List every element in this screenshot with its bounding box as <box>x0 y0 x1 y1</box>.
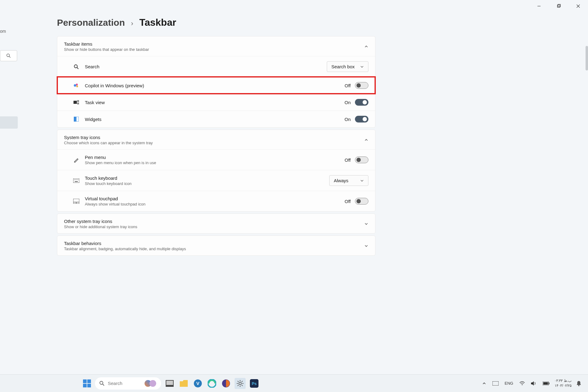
section-taskbar-items-header[interactable]: Taskbar items Show or hide buttons that … <box>57 36 375 56</box>
row-pen-menu: Pen menu Show pen menu icon when pen is … <box>57 149 375 170</box>
section-subtitle: Taskbar alignment, badging, automaticall… <box>64 247 186 251</box>
taskbar-app-firefox[interactable] <box>221 378 232 389</box>
svg-point-19 <box>74 179 75 180</box>
svg-point-22 <box>78 179 78 180</box>
taskbar-app-explorer[interactable] <box>164 378 175 389</box>
virtual-touchpad-toggle[interactable] <box>355 198 368 205</box>
start-button[interactable] <box>82 379 92 388</box>
sidebar-fragment-label: om <box>0 28 18 35</box>
section-title: System tray icons <box>64 135 153 140</box>
row-label: Copilot in Windows (preview) <box>85 83 345 88</box>
widgets-toggle[interactable] <box>355 116 368 123</box>
toggle-state: On <box>345 100 351 105</box>
svg-text:Ps: Ps <box>252 381 257 386</box>
toggle-state: Off <box>345 83 351 88</box>
chevron-up-icon <box>364 138 368 142</box>
section-subtitle: Show or hide buttons that appear on the … <box>64 47 149 52</box>
tray-overflow[interactable] <box>481 380 488 387</box>
taskbar-app-files[interactable] <box>178 378 189 389</box>
svg-point-21 <box>77 179 77 180</box>
search-widget-icons <box>145 380 156 387</box>
search-dropdown[interactable]: Search box <box>327 61 368 72</box>
tray-volume-icon[interactable] <box>530 380 538 387</box>
toggle-state: Off <box>345 157 351 163</box>
tray-notifications-icon[interactable] <box>575 379 582 387</box>
svg-line-6 <box>9 56 10 58</box>
maximize-button[interactable] <box>549 0 568 12</box>
taskbar: V Ps ENG ۰۴:۳۳ ب.ظ ۱۴۰۳/۰۲/۲۵ <box>0 374 588 392</box>
section-system-tray-header[interactable]: System tray icons Choose which icons can… <box>57 130 375 149</box>
search-icon <box>73 64 79 70</box>
section-title: Taskbar items <box>64 41 149 47</box>
svg-text:V: V <box>196 381 199 386</box>
scrollbar[interactable] <box>586 46 588 70</box>
chevron-up-icon <box>364 44 368 49</box>
section-other-tray-header[interactable]: Other system tray icons Show or hide add… <box>57 214 375 233</box>
svg-point-10 <box>76 84 78 85</box>
taskbar-app-settings[interactable] <box>235 378 246 389</box>
minimize-button[interactable] <box>529 0 549 12</box>
sidebar-active-item[interactable] <box>0 116 18 129</box>
row-label: Touch keyboard <box>85 175 329 181</box>
row-virtual-touchpad: Virtual touchpad Always show virtual tou… <box>57 191 375 211</box>
tray-date: ۱۴۰۳/۰۲/۲۵ <box>554 383 571 388</box>
pen-icon <box>73 157 79 163</box>
svg-point-9 <box>74 84 76 87</box>
tray-language[interactable]: ENG <box>503 380 514 387</box>
svg-rect-1 <box>557 5 560 7</box>
taskbar-app-edge[interactable] <box>206 378 217 389</box>
chevron-down-icon <box>364 222 368 226</box>
tray-wifi-icon[interactable] <box>518 380 526 387</box>
row-search: Search Search box <box>57 56 375 77</box>
svg-rect-2 <box>558 4 560 7</box>
svg-line-45 <box>242 385 243 386</box>
row-copilot: Copilot in Windows (preview) Off <box>57 77 375 94</box>
pen-menu-toggle[interactable] <box>355 156 368 163</box>
sidebar-search[interactable] <box>0 50 17 61</box>
svg-rect-23 <box>75 181 78 182</box>
svg-point-39 <box>239 382 241 385</box>
tray-battery-icon[interactable] <box>541 380 551 386</box>
tray-clock[interactable]: ۰۴:۳۳ ب.ظ ۱۴۰۳/۰۲/۲۵ <box>554 379 571 388</box>
taskview-icon <box>73 99 79 105</box>
taskbar-app-photoshop[interactable]: Ps <box>249 378 260 389</box>
svg-rect-53 <box>549 383 549 384</box>
svg-rect-13 <box>77 100 79 102</box>
row-label: Task view <box>85 100 345 105</box>
row-sublabel: Show pen menu icon when pen is in use <box>85 160 345 165</box>
row-label: Pen menu <box>85 155 345 160</box>
svg-rect-18 <box>73 179 79 183</box>
row-sublabel: Show touch keyboard icon <box>85 181 329 186</box>
search-icon <box>99 381 105 386</box>
svg-point-55 <box>578 385 579 386</box>
section-subtitle: Choose which icons can appear in the sys… <box>64 141 153 145</box>
row-label: Widgets <box>85 117 345 122</box>
svg-rect-15 <box>74 117 76 122</box>
close-button[interactable] <box>568 0 588 12</box>
svg-rect-12 <box>74 101 77 104</box>
svg-rect-34 <box>166 381 173 385</box>
taskbar-search[interactable] <box>95 377 161 390</box>
chevron-down-icon <box>360 65 364 69</box>
touch-keyboard-dropdown[interactable]: Always <box>329 175 368 186</box>
chevron-down-icon <box>364 244 368 248</box>
taskview-toggle[interactable] <box>355 99 368 106</box>
chevron-down-icon <box>360 179 364 183</box>
toggle-state: Off <box>345 199 351 204</box>
tray-keyboard-icon[interactable] <box>491 380 500 387</box>
keyboard-icon <box>73 178 79 184</box>
taskbar-search-input[interactable] <box>108 381 141 386</box>
row-label: Virtual touchpad <box>85 196 345 201</box>
svg-rect-29 <box>83 384 87 387</box>
breadcrumb-parent[interactable]: Personalization <box>57 17 125 28</box>
widgets-icon <box>73 116 79 122</box>
search-icon <box>6 53 11 58</box>
svg-line-32 <box>103 384 104 386</box>
svg-rect-30 <box>87 384 91 387</box>
taskbar-app-generic-blue[interactable]: V <box>192 378 203 389</box>
chevron-right-icon: › <box>131 20 133 28</box>
svg-point-20 <box>75 179 76 180</box>
section-behaviors-header[interactable]: Taskbar behaviors Taskbar alignment, bad… <box>57 236 375 255</box>
svg-point-7 <box>74 65 77 68</box>
copilot-toggle[interactable] <box>355 82 368 89</box>
